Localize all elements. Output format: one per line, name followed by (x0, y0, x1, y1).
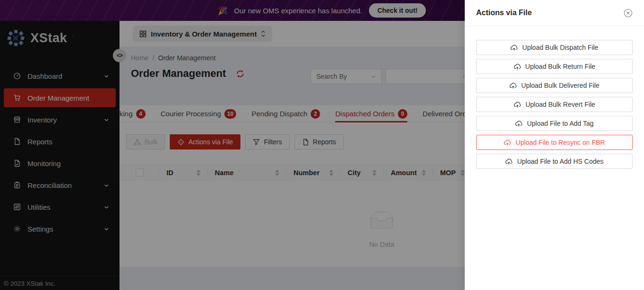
cloud-upload-icon (514, 63, 521, 70)
close-circle-icon (624, 9, 633, 18)
upload-file-to-resync-on-fbr-button[interactable]: Upload File to Resync on FBR (476, 135, 633, 150)
cloud-upload-icon (509, 82, 517, 89)
cloud-upload-icon (515, 120, 523, 127)
cloud-upload-icon (514, 101, 521, 108)
upload-file-to-add-tag-button[interactable]: Upload File to Add Tag (476, 116, 633, 131)
upload-bulk-delivered-file-button[interactable]: Upload Bulk Delivered File (476, 78, 633, 93)
cloud-upload-icon (505, 158, 513, 165)
cloud-upload-icon (510, 44, 518, 51)
drawer-header: Actions via File (465, 0, 644, 26)
upload-file-to-add-hs-codes-button[interactable]: Upload File to Add HS Codes (476, 154, 633, 169)
upload-bulk-return-file-button[interactable]: Upload Bulk Return File (476, 59, 633, 74)
app-screen: 🎉 Our new OMS experience has launched. C… (0, 0, 644, 290)
close-drawer-button[interactable] (624, 9, 633, 18)
upload-bulk-dispatch-file-button[interactable]: Upload Bulk Dispatch File (476, 40, 633, 55)
actions-via-file-drawer: Actions via File Upload Bulk Dispatch Fi… (465, 0, 644, 290)
cloud-upload-icon (504, 139, 511, 146)
drawer-body: Upload Bulk Dispatch File Upload Bulk Re… (465, 26, 644, 183)
upload-bulk-revert-file-button[interactable]: Upload Bulk Revert File (476, 97, 633, 112)
drawer-title: Actions via File (476, 9, 532, 17)
